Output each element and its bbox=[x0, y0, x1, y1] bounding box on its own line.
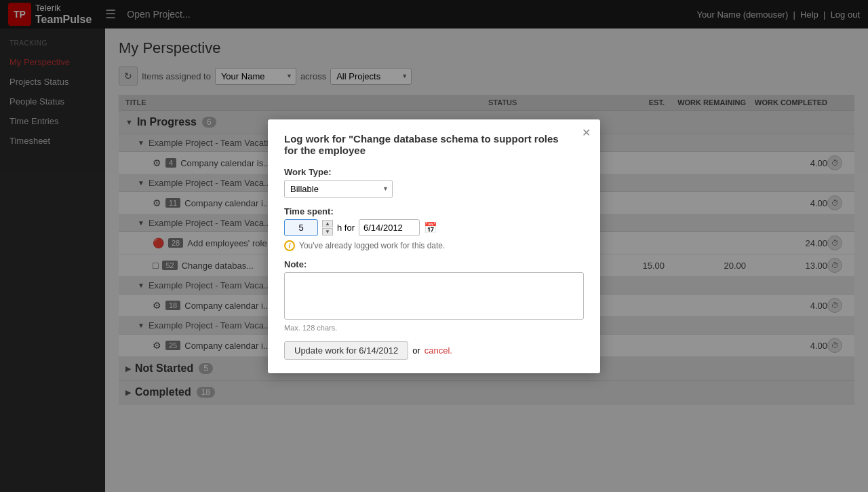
action-row: Update work for 6/14/2012 or cancel. bbox=[284, 341, 584, 360]
time-input[interactable] bbox=[284, 219, 318, 236]
spinner-down[interactable]: ▼ bbox=[322, 228, 333, 235]
work-type-select-wrapper: Billable Non-Billable bbox=[284, 180, 393, 198]
or-text: or bbox=[412, 345, 420, 356]
warning-icon: i bbox=[284, 240, 295, 251]
time-spent-group: Time spent: ▲ ▼ h for 📅 i You've already… bbox=[284, 206, 584, 251]
work-type-select[interactable]: Billable Non-Billable bbox=[284, 180, 393, 198]
work-type-label: Work Type: bbox=[284, 167, 584, 177]
char-limit-text: Max. 128 chars. bbox=[284, 324, 584, 332]
work-type-group: Work Type: Billable Non-Billable bbox=[284, 167, 584, 198]
note-textarea[interactable] bbox=[284, 272, 584, 320]
note-group: Note: Max. 128 chars. bbox=[284, 259, 584, 332]
h-for-label: h for bbox=[337, 223, 355, 233]
calendar-icon[interactable]: 📅 bbox=[424, 221, 437, 234]
note-label: Note: bbox=[284, 259, 584, 269]
spinner-up[interactable]: ▲ bbox=[322, 220, 333, 227]
warning-text: You've already logged work for this date… bbox=[299, 241, 445, 250]
modal-close-button[interactable]: ✕ bbox=[582, 128, 591, 138]
log-work-modal: Log work for "Change database schema to … bbox=[268, 119, 600, 373]
time-spent-label: Time spent: bbox=[284, 206, 584, 216]
update-work-button[interactable]: Update work for 6/14/2012 bbox=[284, 341, 408, 360]
modal-overlay[interactable]: Log work for "Change database schema to … bbox=[0, 0, 868, 492]
modal-title: Log work for "Change database schema to … bbox=[284, 133, 584, 156]
time-spinner: ▲ ▼ bbox=[322, 220, 333, 235]
cancel-link[interactable]: cancel. bbox=[425, 345, 452, 356]
time-spent-row: ▲ ▼ h for 📅 bbox=[284, 219, 584, 236]
warning-row: i You've already logged work for this da… bbox=[284, 240, 584, 251]
date-input[interactable] bbox=[359, 219, 420, 236]
